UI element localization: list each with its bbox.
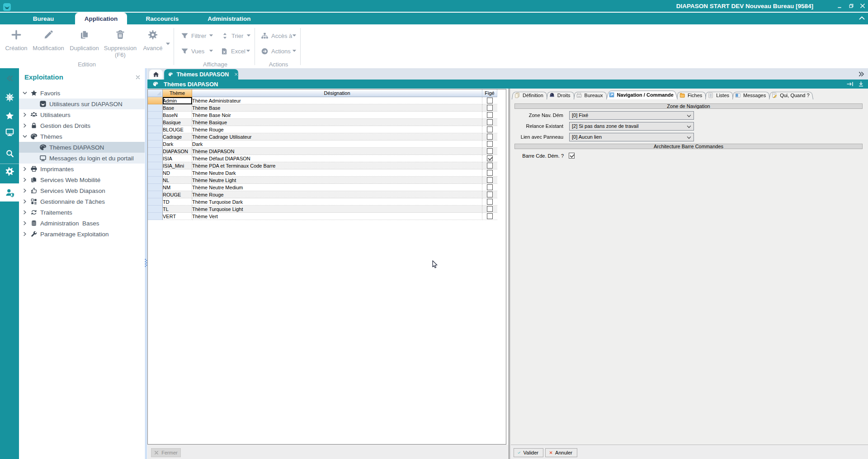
- fige-checkbox[interactable]: [487, 184, 493, 190]
- minimize-button[interactable]: [834, 0, 845, 12]
- nav-tree-item[interactable]: Thèmes: [19, 131, 145, 142]
- select-all-header[interactable]: [148, 89, 163, 97]
- side-strip-item[interactable]: [0, 183, 19, 201]
- side-strip-item[interactable]: [0, 73, 19, 84]
- diapason-logo-icon[interactable]: [3, 3, 11, 11]
- field-dropdown[interactable]: [0] Aucun lien: [569, 133, 694, 141]
- row-selector-cell[interactable]: [148, 162, 163, 169]
- nav-tree-item[interactable]: Services Web Diapason: [19, 185, 145, 196]
- side-strip-item[interactable]: [0, 92, 19, 103]
- fige-cell[interactable]: [482, 104, 497, 112]
- fige-checkbox[interactable]: [487, 105, 493, 111]
- tab-close-icon[interactable]: [234, 72, 238, 77]
- fige-cell[interactable]: [482, 198, 497, 206]
- fige-cell[interactable]: [482, 97, 497, 104]
- ribbon-big-button[interactable]: Création: [2, 28, 30, 52]
- barre-cde-checkbox[interactable]: [569, 153, 575, 159]
- ribbon-tab-raccourcis[interactable]: Raccourcis: [140, 13, 185, 24]
- row-selector-cell[interactable]: [148, 97, 163, 104]
- row-selector-cell[interactable]: [148, 198, 163, 206]
- theme-cell[interactable]: Dark: [163, 141, 192, 148]
- detail-tab[interactable]: Messages: [732, 91, 770, 99]
- fige-cell[interactable]: [482, 162, 497, 169]
- table-row[interactable]: ISIA Thème Défaut DIAPASON: [148, 155, 497, 162]
- document-tab-themes-diapason[interactable]: Thèmes DIAPASON: [164, 69, 238, 80]
- ribbon-small-button[interactable]: Trier: [221, 30, 251, 41]
- nav-close-icon[interactable]: [135, 75, 141, 80]
- fermer-button[interactable]: Fermer: [151, 448, 181, 457]
- nav-tree-item[interactable]: Favoris: [19, 88, 145, 98]
- row-selector-cell[interactable]: [148, 155, 163, 162]
- ribbon-small-button[interactable]: Accès à: [261, 30, 297, 41]
- theme-cell[interactable]: NL: [163, 177, 192, 184]
- table-row[interactable]: DIAPASON Thème DIAPASON: [148, 148, 497, 155]
- row-selector-cell[interactable]: [148, 148, 163, 155]
- download-icon[interactable]: [857, 81, 865, 87]
- avance-caret-icon[interactable]: [165, 42, 170, 46]
- row-selector-cell[interactable]: [148, 169, 163, 177]
- column-header-fige[interactable]: Figé: [482, 89, 497, 97]
- valider-button[interactable]: Valider: [514, 448, 543, 457]
- column-header-designation[interactable]: Désignation: [192, 89, 482, 97]
- designation-cell[interactable]: Thème Rouge: [192, 191, 482, 198]
- theme-cell[interactable]: BaseN: [163, 112, 192, 119]
- designation-cell[interactable]: Thème PDA et Terminaux Code Barre: [192, 162, 482, 169]
- table-row[interactable]: ND Thème Neutre Dark: [148, 169, 497, 177]
- row-selector-cell[interactable]: [148, 126, 163, 133]
- designation-cell[interactable]: Thème Neutre Medium: [192, 184, 482, 191]
- designation-cell[interactable]: Thème Vert: [192, 213, 482, 220]
- fige-cell[interactable]: [482, 213, 497, 220]
- detail-tab[interactable]: Définition: [512, 91, 547, 99]
- ribbon-big-button[interactable]: Modification: [30, 28, 66, 52]
- fige-cell[interactable]: [482, 141, 497, 148]
- designation-cell[interactable]: Thème DIAPASON: [192, 148, 482, 155]
- designation-cell[interactable]: Thème Neutre Light: [192, 177, 482, 184]
- nav-tree-item[interactable]: Thèmes DIAPASON: [19, 142, 145, 153]
- fige-checkbox[interactable]: [487, 177, 493, 183]
- column-header-theme[interactable]: Thème: [163, 89, 192, 97]
- nav-tree-item[interactable]: Paramétrage Exploitation: [19, 229, 145, 239]
- detail-tab[interactable]: Listes: [705, 91, 733, 99]
- theme-cell[interactable]: TD: [163, 198, 192, 206]
- ribbon-big-button[interactable]: Duplication: [66, 28, 102, 52]
- nav-tree-item[interactable]: Services Web Mobilité: [19, 174, 145, 185]
- nav-tree-item[interactable]: Gestionnaire de Tâches: [19, 196, 145, 207]
- fige-cell[interactable]: [482, 191, 497, 198]
- table-row[interactable]: ROUGE Thème Rouge: [148, 191, 497, 198]
- side-strip-item[interactable]: [0, 126, 19, 137]
- detail-tab[interactable]: Qui, Quand ?: [769, 91, 813, 99]
- row-selector-cell[interactable]: [148, 112, 163, 119]
- detail-tab[interactable]: Bureaux: [574, 91, 607, 99]
- theme-cell[interactable]: DIAPASON: [163, 148, 192, 155]
- fige-checkbox[interactable]: [487, 141, 493, 147]
- theme-cell[interactable]: Admin: [163, 97, 192, 104]
- table-row[interactable]: VERT Thème Vert: [148, 213, 497, 220]
- home-tab[interactable]: [149, 70, 163, 80]
- row-selector-cell[interactable]: [148, 133, 163, 141]
- ribbon-tab-bureau[interactable]: Bureau: [21, 13, 66, 24]
- row-selector-cell[interactable]: [148, 119, 163, 126]
- designation-cell[interactable]: Thème Turquoise Dark: [192, 198, 482, 206]
- ribbon-small-button[interactable]: Excel: [221, 46, 250, 56]
- nav-tree-item[interactable]: Messages du login et du portail: [19, 153, 145, 164]
- fige-checkbox[interactable]: [487, 192, 493, 197]
- restore-button[interactable]: [845, 0, 857, 12]
- field-dropdown[interactable]: [2] Si pas dans zone de travail: [569, 122, 694, 131]
- designation-cell[interactable]: Thème Neutre Dark: [192, 169, 482, 177]
- theme-cell[interactable]: ROUGE: [163, 191, 192, 198]
- table-row[interactable]: Admin Thème Administrateur: [148, 97, 497, 104]
- nav-tree-item[interactable]: Utilisateurs sur DIAPASON: [19, 98, 145, 109]
- row-selector-cell[interactable]: [148, 184, 163, 191]
- ribbon-big-button[interactable]: Suppression(F6): [102, 28, 139, 58]
- theme-cell[interactable]: Basique: [163, 119, 192, 126]
- theme-cell[interactable]: NM: [163, 184, 192, 191]
- table-row[interactable]: NL Thème Neutre Light: [148, 177, 497, 184]
- designation-cell[interactable]: Thème Administrateur: [192, 97, 482, 104]
- ribbon-small-button[interactable]: Actions: [261, 46, 297, 56]
- table-row[interactable]: Dark Dark: [148, 141, 497, 148]
- designation-cell[interactable]: Thème Turquoise Light: [192, 206, 482, 213]
- theme-cell[interactable]: ISIA_Mini: [163, 162, 192, 169]
- side-strip-item[interactable]: [0, 110, 19, 121]
- theme-cell[interactable]: ISIA: [163, 155, 192, 162]
- ribbon-big-button[interactable]: Avancé: [140, 28, 166, 52]
